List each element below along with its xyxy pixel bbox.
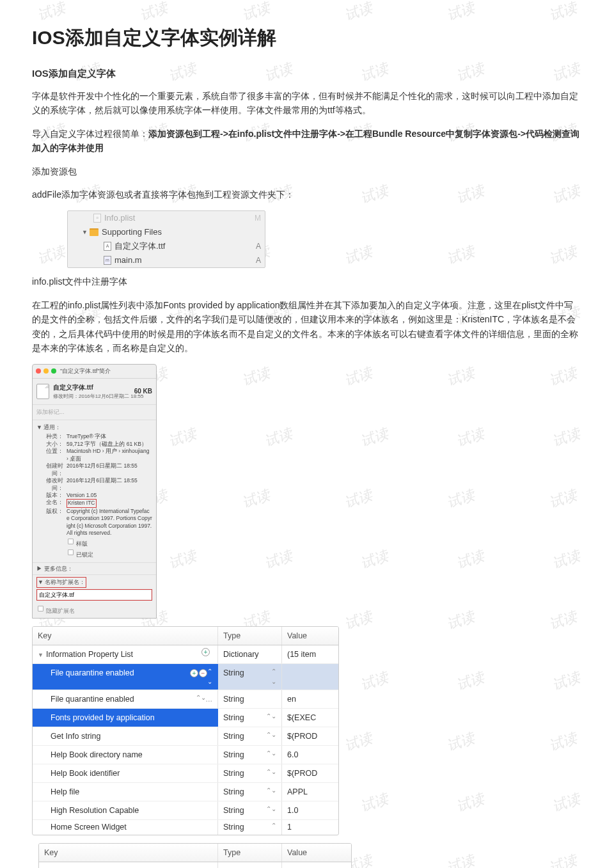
- plist-file-icon: ≡: [93, 214, 101, 223]
- steps-paragraph: 导入自定义字体过程很简单：添加资源包到工程->在info.plist文件中注册字…: [32, 127, 582, 155]
- hide-ext-row: 隐藏扩展名: [33, 603, 156, 618]
- minimize-icon: [43, 368, 49, 374]
- subtitle: IOS添加自定义字体: [32, 66, 582, 81]
- document-icon: [36, 384, 49, 399]
- close-icon: [36, 368, 41, 374]
- plist-row: Help Book directory name⌃⌄ String6.0: [33, 746, 338, 764]
- plist-row: Home Screen Widget⌃ String1: [33, 820, 338, 835]
- section-add-header: 添加资源包: [32, 164, 582, 178]
- plus-icon: +: [201, 648, 210, 656]
- plist-row: Help file⌃⌄ StringAPPL: [33, 783, 338, 801]
- xcode-navigator: ≡ Info.plist M ▼ Supporting Files A 自定义字…: [67, 210, 265, 268]
- main-m-filename: main.m: [114, 254, 142, 267]
- info-modified: 修改时间：2016年12月6日星期二 18:55: [53, 393, 143, 401]
- plist-fonts-row: Fonts provided by application⌃⌄ String$(…: [33, 709, 338, 727]
- plist-editor-1: Key Type Value ▼Information Property Lis…: [32, 626, 339, 835]
- ttf-file-icon: A: [104, 242, 111, 251]
- zoom-icon: [51, 368, 56, 374]
- minus-icon: −: [199, 669, 207, 677]
- intro-paragraph: 字体是软件开发中个性化的一个重要元素，系统自带了很多丰富的字体，但有时候并不能满…: [32, 89, 582, 118]
- disclosure-triangle-icon: ▼: [38, 651, 43, 659]
- plist-row: File quarantine enabled...⌃⌄Stringen: [33, 690, 338, 709]
- plist-row: ▼Information Property List Dictionary (1…: [39, 862, 351, 868]
- locked-checkbox: [68, 549, 74, 555]
- add-tag-field: 添加标记...: [33, 405, 156, 420]
- section-register-header: info.plist文件中注册字体: [32, 274, 582, 288]
- template-checkbox: [68, 539, 74, 544]
- plist-editor-2: Key Type Value ▼Information Property Lis…: [38, 843, 352, 868]
- name-ext-header: ▼ 名称与扩展名：: [36, 577, 86, 587]
- window-titlebar: "自定义字体.ttf"简介: [33, 365, 156, 378]
- plus-icon: +: [190, 669, 198, 677]
- plist-row: File quarantine enabled ⌃⌄ +− String⌃⌄: [33, 664, 338, 690]
- plist-row: Get Info string⌃⌄ String$(PROD: [33, 727, 338, 746]
- name-ext-input: [38, 590, 151, 599]
- register-description: 在工程的info.plist属性列表中添加Fonts provided by a…: [32, 298, 582, 356]
- info-filesize: 60 KB: [134, 386, 152, 397]
- getinfo-panel: "自定义字体.ttf"简介 自定义字体.ttf 修改时间：2016年12月6日星…: [32, 364, 157, 619]
- more-info-header: ▶ 更多信息：: [33, 563, 156, 575]
- fullname-highlight: Kristen ITC: [67, 499, 97, 507]
- page-title: IOS添加自定义字体实例详解: [32, 22, 582, 53]
- m-file-icon: m: [104, 256, 111, 265]
- add-description: addFile添加字体资源包或者直接将字体包拖到工程资源文件夹下：: [32, 187, 582, 201]
- info-filename: 自定义字体.ttf: [53, 383, 143, 393]
- folder-icon: [90, 228, 98, 236]
- general-header: ▼ 通用：: [36, 423, 152, 432]
- folder-label: Supporting Files: [102, 226, 162, 239]
- ttf-filename: 自定义字体.ttf: [114, 240, 165, 253]
- plist-row: High Resolution Capable⌃⌄ String1.0: [33, 801, 338, 820]
- plist-row: Help Book identifier⌃⌄ String$(PROD: [33, 764, 338, 783]
- disclosure-triangle-icon: ▼: [82, 228, 90, 237]
